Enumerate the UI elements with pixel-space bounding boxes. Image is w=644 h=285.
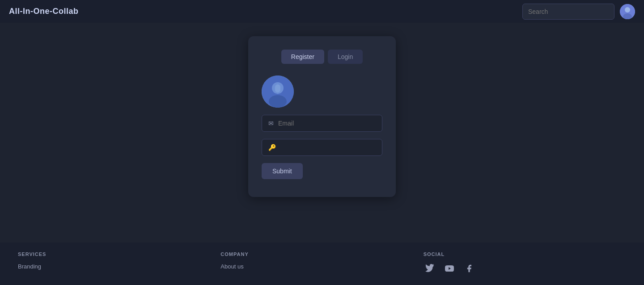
social-icons xyxy=(424,262,626,275)
company-heading: COMPANY xyxy=(220,251,423,257)
header-right xyxy=(522,4,635,20)
login-tab[interactable]: Login xyxy=(328,50,363,64)
logo: All-In-One-Collab xyxy=(9,7,79,16)
password-input[interactable] xyxy=(280,144,376,151)
search-box[interactable] xyxy=(522,4,614,20)
about-us-link[interactable]: About us xyxy=(220,263,243,270)
facebook-icon[interactable] xyxy=(463,262,475,275)
password-field-container: 🔑 xyxy=(262,139,382,156)
footer-services: SERVICES Branding xyxy=(18,251,220,270)
tab-buttons: Register Login xyxy=(281,50,363,64)
social-heading: SOCIAL xyxy=(424,251,626,257)
svg-point-5 xyxy=(269,95,287,108)
twitter-icon[interactable] xyxy=(424,262,436,275)
footer: SERVICES Branding COMPANY About us SOCIA… xyxy=(0,243,644,285)
branding-link[interactable]: Branding xyxy=(18,263,41,270)
email-icon: ✉ xyxy=(268,120,274,127)
avatar[interactable] xyxy=(620,4,635,19)
svg-point-1 xyxy=(625,7,630,13)
submit-button[interactable]: Submit xyxy=(262,163,303,179)
email-input[interactable] xyxy=(278,120,376,127)
password-icon: 🔑 xyxy=(268,144,276,151)
footer-social: SOCIAL xyxy=(424,251,626,275)
youtube-icon[interactable] xyxy=(443,262,456,275)
login-card: Register Login ✉ 🔑 Submit xyxy=(248,36,396,197)
email-field-container: ✉ xyxy=(262,115,382,132)
footer-company: COMPANY About us xyxy=(220,251,423,270)
user-avatar-large xyxy=(262,75,294,108)
search-input[interactable] xyxy=(528,8,609,15)
services-heading: SERVICES xyxy=(18,251,220,257)
header: All-In-One-Collab xyxy=(0,0,644,23)
main-content: Register Login ✉ 🔑 Submit xyxy=(0,23,644,243)
register-tab[interactable]: Register xyxy=(281,50,324,64)
